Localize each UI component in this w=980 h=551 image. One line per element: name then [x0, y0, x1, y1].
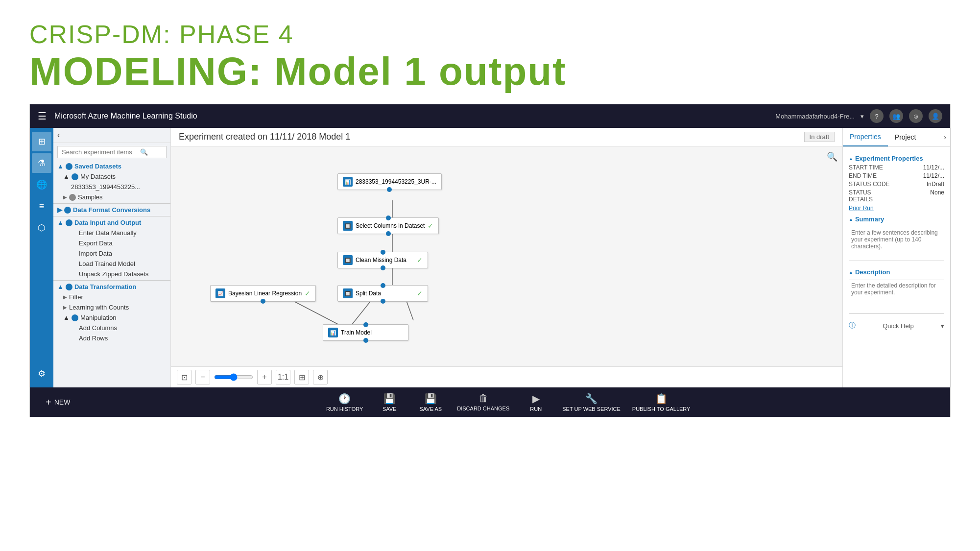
dio-dot-icon: [66, 219, 72, 226]
node-bayesian-icon: 📈: [215, 288, 225, 298]
dataset-dot-icon: [66, 163, 72, 170]
node-clean-icon: 🔲: [343, 255, 353, 265]
sidebar-item-enter-data[interactable]: Enter Data Manually: [53, 228, 170, 238]
props-content: Experiment Properties START TIME 11/12/.…: [843, 147, 950, 387]
summary-title: Summary: [849, 216, 944, 223]
node-select-columns[interactable]: 🔲 Select Columns in Dataset ✓: [337, 217, 439, 234]
node6-bottom-connector: [363, 338, 368, 343]
nav-globe[interactable]: 🌐: [32, 175, 51, 194]
sidebar-item-manipulation[interactable]: ▲ Manipulation: [53, 312, 170, 323]
dfc-label: Data Format Conversions: [73, 206, 150, 214]
node-dataset[interactable]: 📊 2833353_1994453225_3UR-...: [337, 173, 442, 190]
grid-button[interactable]: ⊞: [294, 370, 309, 384]
experiment-title: Experiment created on 11/11/ 2018 Model …: [179, 132, 804, 142]
sidebar-item-my-datasets[interactable]: ▲ My Datasets: [53, 171, 170, 182]
sidebar-item-saved-datasets[interactable]: ▲ Saved Datasets: [53, 161, 170, 171]
run-history-button[interactable]: 🕐 RUN HISTORY: [326, 393, 363, 412]
crosshair-button[interactable]: ⊕: [313, 370, 328, 384]
node-bayesian[interactable]: 📈 Bayesian Linear Regression ✓: [210, 285, 316, 302]
sidebar-item-samples[interactable]: ▶ Samples: [53, 192, 170, 202]
props-status-details: STATUS DETAILS None: [849, 189, 944, 203]
sidebar-back-button[interactable]: ‹: [57, 131, 60, 140]
sidebar-item-dataset-file[interactable]: 2833353_1994453225...: [53, 182, 170, 192]
node-split-icon: 🔲: [343, 288, 353, 298]
props-collapse-button[interactable]: ›: [940, 129, 950, 145]
node-select-check: ✓: [428, 222, 433, 230]
save-as-button[interactable]: 💾 SAVE AS: [416, 393, 445, 412]
setup-web-label: SET UP WEB SERVICE: [562, 406, 621, 412]
menu-icon[interactable]: ☰: [38, 110, 47, 122]
nav-layers[interactable]: ≡: [32, 196, 51, 216]
dt-arrow-icon: ▲: [57, 283, 64, 290]
node-clean-label: Clean Missing Data: [356, 257, 406, 264]
search-input[interactable]: [62, 148, 140, 156]
lc-arrow-icon: ▶: [63, 305, 67, 310]
nav-home[interactable]: ⊞: [32, 132, 51, 151]
studio-window: ☰ Microsoft Azure Machine Learning Studi…: [29, 104, 951, 417]
sidebar-item-add-rows[interactable]: Add Rows: [53, 333, 170, 343]
node3-top-connector: [381, 250, 385, 255]
sidebar-item-data-format-conversions[interactable]: ▶ Data Format Conversions: [53, 205, 170, 215]
canvas-search-icon[interactable]: 🔍: [827, 151, 837, 162]
node-split-data[interactable]: 🔲 Split Data ✓: [337, 285, 428, 302]
zoom-in-button[interactable]: +: [257, 370, 272, 384]
prior-run-link[interactable]: Prior Run: [849, 205, 944, 212]
node5-top-connector: [381, 283, 385, 288]
node-train-model[interactable]: 📊 Train Model: [323, 324, 408, 341]
user-avatar[interactable]: 👤: [929, 109, 942, 123]
sidebar-item-add-columns[interactable]: Add Columns: [53, 323, 170, 333]
props-status-code: STATUS CODE InDraft: [849, 181, 944, 188]
run-history-icon: 🕐: [338, 393, 351, 405]
publish-gallery-button[interactable]: 📋 PUBLISH TO GALLERY: [632, 393, 691, 412]
sidebar-item-data-transformation[interactable]: ▲ Data Transformation: [53, 282, 170, 292]
sidebar-item-data-input-output[interactable]: ▲ Data Input and Output: [53, 217, 170, 228]
sidebar-item-learning-counts[interactable]: ▶ Learning with Counts: [53, 302, 170, 312]
discard-button[interactable]: 🗑 DISCARD CHANGES: [457, 393, 509, 411]
zoom-reset-button[interactable]: 1:1: [276, 370, 290, 384]
manip-label: Manipulation: [80, 314, 117, 321]
nav-settings[interactable]: ⚙: [32, 364, 51, 383]
sidebar-item-import-data[interactable]: Import Data: [53, 248, 170, 259]
sidebar-item-unpack-zipped[interactable]: Unpack Zipped Datasets: [53, 269, 170, 279]
new-button[interactable]: + NEW: [40, 394, 76, 411]
nav-experiments[interactable]: ⚗: [32, 153, 51, 173]
enter-data-label: Enter Data Manually: [79, 229, 137, 237]
run-history-label: RUN HISTORY: [326, 406, 363, 412]
tab-project[interactable]: Project: [888, 128, 923, 146]
my-datasets-label: My Datasets: [80, 173, 116, 180]
manip-dot-icon: [72, 314, 78, 321]
description-textarea[interactable]: [849, 280, 944, 314]
node-clean-missing[interactable]: 🔲 Clean Missing Data ✓: [337, 252, 428, 268]
smile-icon[interactable]: ☺: [909, 109, 923, 123]
sidebar-item-filter[interactable]: ▶ Filter: [53, 292, 170, 302]
add-rows-label: Add Rows: [79, 335, 108, 342]
node-dataset-icon: 📊: [343, 177, 353, 187]
user-chevron[interactable]: ▾: [860, 113, 864, 120]
fit-button[interactable]: ⊡: [177, 370, 191, 384]
canvas-area[interactable]: 🔍: [171, 146, 842, 366]
sidebar-item-load-trained[interactable]: Load Trained Model: [53, 259, 170, 269]
summary-textarea[interactable]: [849, 227, 944, 261]
save-as-icon: 💾: [425, 393, 437, 405]
sidebar-item-export-data[interactable]: Export Data: [53, 238, 170, 248]
props-start-time: START TIME 11/12/...: [849, 164, 944, 171]
run-button[interactable]: ▶ RUN: [521, 393, 550, 412]
quick-help-section[interactable]: ⓘ Quick Help ▾: [849, 321, 944, 330]
new-label: NEW: [54, 398, 71, 406]
dt-dot-icon: [66, 284, 72, 290]
help-button[interactable]: ?: [870, 109, 884, 123]
setup-web-service-button[interactable]: 🔧 SET UP WEB SERVICE: [562, 393, 621, 412]
publish-label: PUBLISH TO GALLERY: [632, 406, 691, 412]
save-button[interactable]: 💾 SAVE: [375, 393, 404, 412]
nav-cube[interactable]: ⬡: [32, 218, 51, 238]
properties-panel: Properties Project › Experiment Properti…: [842, 128, 950, 387]
tab-properties[interactable]: Properties: [843, 128, 888, 146]
status-details-label: STATUS DETAILS: [849, 189, 893, 203]
search-icon[interactable]: 🔍: [140, 148, 148, 156]
zoom-out-button[interactable]: −: [195, 370, 210, 384]
people-icon[interactable]: 👥: [889, 109, 903, 123]
bottom-toolbar: + NEW 🕐 RUN HISTORY 💾 SAVE 💾 SAVE AS 🗑 D…: [30, 387, 950, 417]
experiment-bar: Experiment created on 11/11/ 2018 Model …: [171, 128, 842, 146]
zoom-slider[interactable]: [214, 373, 253, 381]
setup-web-icon: 🔧: [585, 393, 598, 405]
